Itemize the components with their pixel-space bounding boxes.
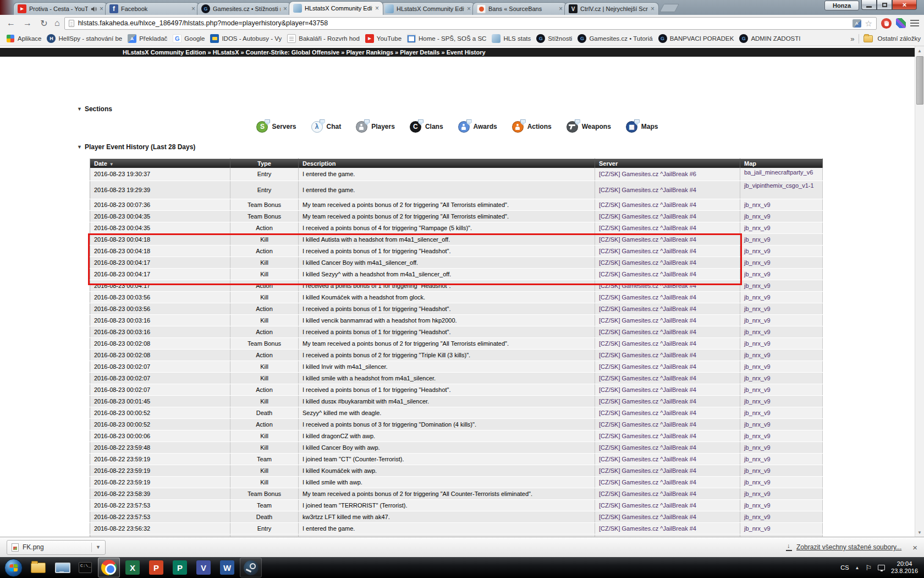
cell-map[interactable]: jb_nrx_v9 [740, 419, 823, 430]
cell-map[interactable]: jb_nrx_v9 [740, 315, 823, 326]
cell-server[interactable]: [CZ/SK] Gamesites.cz ^JailBreak #4 [595, 361, 740, 373]
cell-map[interactable]: jb_vipinthemix_csgo_v1-1 [740, 181, 823, 199]
nav-item-maps[interactable]: ▦Maps [626, 121, 658, 133]
table-row[interactable]: 2016-08-23 00:04:18KillI killed Autista … [90, 234, 823, 246]
tab-4[interactable]: HLstatsX Community Editi× [289, 1, 383, 15]
bookmark-8[interactable]: Home - SPŠ, SOŠ a SC [404, 33, 489, 44]
cell-map[interactable]: ba_jail_minecraftparty_v6 [740, 168, 823, 181]
column-header-type[interactable]: Type [230, 159, 299, 168]
table-row[interactable]: 2016-08-23 19:30:37EntryI entered the ga… [90, 168, 823, 181]
cell-map[interactable]: jb_nrx_v9 [740, 246, 823, 257]
table-row[interactable]: 2016-08-22 23:57:53TeamI joined team "TE… [90, 500, 823, 511]
table-row[interactable]: 2016-08-22 23:59:19TeamI joined team "CT… [90, 454, 823, 465]
table-row[interactable]: 2016-08-23 00:03:16KillI killed vencik b… [90, 315, 823, 326]
bookmark-6[interactable]: Bakaláři - Rozvrh hod [284, 33, 362, 44]
start-button[interactable] [4, 559, 23, 577]
new-tab-button[interactable] [659, 4, 679, 12]
cell-map[interactable]: jb_nrx_v9 [740, 407, 823, 419]
table-row[interactable]: 2016-08-22 23:59:19KillI killed Koumáček… [90, 465, 823, 477]
cell-map[interactable]: jb_nrx_v9 [740, 338, 823, 350]
cell-map[interactable]: jb_peanut_v3r [740, 535, 823, 537]
cell-map[interactable]: jb_nrx_v9 [740, 442, 823, 454]
tray-expand-icon[interactable]: ▲ [855, 565, 859, 570]
scrollbar-thumb[interactable] [916, 56, 923, 105]
cell-map[interactable]: jb_nrx_v9 [740, 326, 823, 338]
scroll-down-arrow[interactable]: ▼ [915, 528, 924, 537]
table-row[interactable]: 2016-08-23 00:02:08Team BonusMy team rec… [90, 338, 823, 350]
taskbar-app-visio[interactable]: V [193, 558, 215, 577]
nav-item-chat[interactable]: λChat [311, 121, 342, 133]
tab-close-icon[interactable]: × [283, 6, 287, 12]
scroll-up-arrow[interactable]: ▲ [915, 46, 924, 55]
cell-server[interactable]: [CZ/SK] Gamesites.cz ^JailBreak #4 [595, 181, 740, 199]
cell-server[interactable]: [CZ/SK] Gamesites.cz ^JailBreak #4 [595, 523, 740, 535]
cell-map[interactable]: jb_nrx_v9 [740, 430, 823, 442]
table-row[interactable]: 2016-08-23 00:00:06KillI killed dragonCZ… [90, 430, 823, 442]
cell-server[interactable]: [CZ/SK] Gamesites.cz ^JailBreak #4 [595, 234, 740, 246]
profile-button[interactable]: Honza [824, 1, 859, 10]
cell-server[interactable]: [CZ/SK] Gamesites.cz ^JailBreak #4 [595, 384, 740, 396]
bookmark-7[interactable]: YouTube [362, 33, 404, 44]
bookmark-3[interactable]: Překladač [125, 33, 170, 44]
cell-server[interactable]: [CZ/SK] Gamesites.cz ^JailBreak #4 [595, 257, 740, 269]
table-row[interactable]: 2016-08-23 00:03:16ActionI received a po… [90, 326, 823, 338]
table-row[interactable]: 2016-08-23 00:03:56ActionI received a po… [90, 303, 823, 315]
maximize-button[interactable] [877, 0, 892, 10]
tab-7[interactable]: CtrlV.cz | Nejrychlejší Scre× [564, 2, 659, 15]
address-bar[interactable]: hlstats.fakaheda.eu/hlxce_186497/hlstats… [64, 17, 877, 30]
cell-map[interactable]: jb_nrx_v9 [740, 523, 823, 535]
tab-close-icon[interactable]: × [375, 6, 379, 11]
column-header-date[interactable]: Date▼ [90, 159, 230, 168]
taskbar-app-cmd[interactable]: C:\_ [74, 558, 96, 577]
bookmark-5[interactable]: IDOS - Autobusy - Vy [207, 33, 284, 44]
url-text[interactable]: hlstats.fakaheda.eu/hlxce_186497/hlstats… [78, 19, 849, 27]
table-row[interactable]: 2016-08-22 23:59:19KillI killed smile wi… [90, 477, 823, 488]
nav-item-awards[interactable]: Awards [458, 121, 497, 133]
table-row[interactable]: 2016-08-23 00:03:56KillI killed Koumáček… [90, 292, 823, 303]
download-item[interactable]: FK.png ▼ [7, 540, 106, 555]
table-row[interactable]: 2016-08-23 00:04:17KillI killed Cancer B… [90, 257, 823, 269]
cell-server[interactable]: [CZ/SK] Gamesites.cz ^JailBreak #6 [595, 168, 740, 181]
sections-toggle[interactable]: ▼ Sections [77, 105, 112, 113]
vertical-scrollbar[interactable]: ▲ ▼ [915, 46, 924, 537]
cell-server[interactable]: [CZ/SK] Gamesites.cz ^JailBreak #4 [595, 292, 740, 303]
table-row[interactable]: 2016-08-22 23:56:15Team BonusMy team rec… [90, 535, 823, 537]
back-button[interactable]: ← [5, 18, 17, 28]
column-header-map[interactable]: Map [740, 159, 823, 168]
forward-button[interactable]: → [21, 18, 34, 28]
taskbar-app-powerpoint[interactable]: P [145, 558, 167, 577]
cell-map[interactable]: jb_nrx_v9 [740, 211, 823, 222]
cell-map[interactable]: jb_nrx_v9 [740, 384, 823, 396]
table-row[interactable]: 2016-08-22 23:56:32EntryI entered the ga… [90, 523, 823, 535]
tab-2[interactable]: Facebook× [105, 2, 200, 15]
bookmarks-overflow-button[interactable]: » [850, 35, 854, 43]
cell-server[interactable]: [CZ/SK] Gamesites.cz ^JailBreak #4 [595, 454, 740, 465]
table-row[interactable]: 2016-08-23 00:04:18ActionI received a po… [90, 246, 823, 257]
cell-map[interactable]: jb_nrx_v9 [740, 350, 823, 361]
table-title[interactable]: ▼ Player Event History (Last 28 Days) [77, 143, 195, 151]
table-row[interactable]: 2016-08-23 00:02:07ActionI received a po… [90, 384, 823, 396]
cell-map[interactable]: jb_nrx_v9 [740, 454, 823, 465]
table-row[interactable]: 2016-08-23 00:02:08ActionI received a po… [90, 350, 823, 361]
cell-server[interactable]: [CZ/SK] Gamesites.cz ^JailBreak #4 [595, 326, 740, 338]
table-row[interactable]: 2016-08-23 00:00:52ActionI received a po… [90, 419, 823, 430]
cell-server[interactable]: [CZ/SK] Gamesites.cz ^JailBreak #4 [595, 535, 740, 537]
cell-map[interactable]: jb_nrx_v9 [740, 361, 823, 373]
taskbar-app-steam[interactable] [240, 558, 262, 577]
bookmark-11[interactable]: Gamesites.cz • Tutoriá [575, 33, 655, 44]
extension-icon[interactable] [896, 18, 906, 28]
cell-map[interactable]: jb_nrx_v9 [740, 500, 823, 511]
table-row[interactable]: 2016-08-22 23:59:48KillI killed Cancer B… [90, 442, 823, 454]
bookmark-star-icon[interactable]: ☆ [865, 19, 872, 28]
cell-server[interactable]: [CZ/SK] Gamesites.cz ^JailBreak #4 [595, 338, 740, 350]
table-row[interactable]: 2016-08-23 00:00:52DeathSezyy^ killed me… [90, 407, 823, 419]
minimize-button[interactable] [861, 0, 877, 10]
cell-server[interactable]: [CZ/SK] Gamesites.cz ^JailBreak #4 [595, 465, 740, 477]
cell-server[interactable]: [CZ/SK] Gamesites.cz ^JailBreak #4 [595, 373, 740, 384]
taskbar-app-excel[interactable]: X [122, 558, 144, 577]
cell-map[interactable]: jb_nrx_v9 [740, 303, 823, 315]
nav-item-servers[interactable]: SServers [256, 121, 296, 133]
column-header-server[interactable]: Server [595, 159, 740, 168]
cell-map[interactable]: jb_nrx_v9 [740, 477, 823, 488]
cell-map[interactable]: jb_nrx_v9 [740, 511, 823, 523]
